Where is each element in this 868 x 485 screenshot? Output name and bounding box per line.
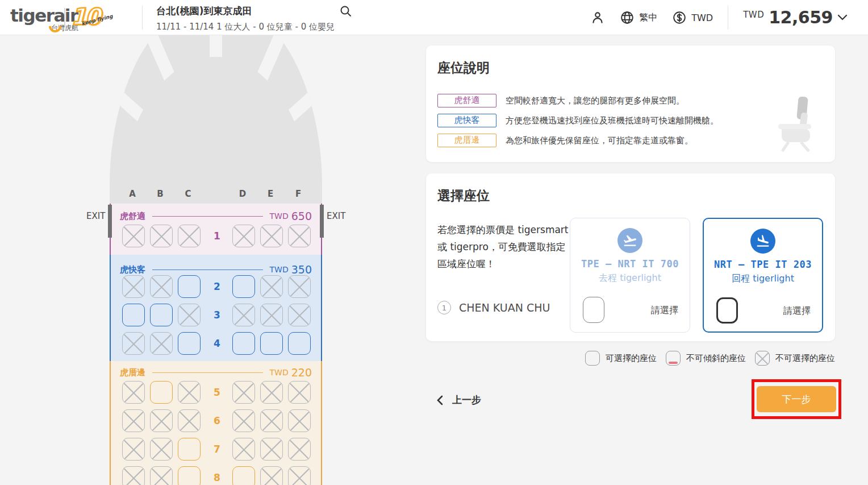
section-header: 虎快客TWD350 bbox=[120, 263, 312, 276]
seat-selection-title: 選擇座位 bbox=[437, 187, 490, 205]
section-price-amount: 220 bbox=[291, 366, 312, 379]
top-header: tigerair 台灣虎航 10 keep flying 台北(桃園)到東京成田… bbox=[0, 0, 868, 35]
back-button[interactable]: 上一步 bbox=[436, 393, 481, 407]
flight-card-outbound[interactable]: TPE – NRT IT 700去程 tigerlight請選擇 bbox=[570, 218, 690, 333]
language-selector[interactable]: 繁中 bbox=[620, 10, 657, 25]
route-summary[interactable]: 台北(桃園)到東京成田 11/11 - 11/14 1 位大人 - 0 位兒童 … bbox=[156, 5, 335, 32]
total-amount: 12,659 bbox=[769, 9, 833, 27]
seat-column-header: ABCDEF bbox=[110, 185, 322, 204]
seat-side-view-icon bbox=[775, 96, 819, 152]
legend-description: 空間較舒適寬大，讓您的腿部有更多伸展空間。 bbox=[506, 96, 685, 106]
section-rule bbox=[152, 216, 263, 217]
seat-4C[interactable] bbox=[178, 332, 201, 355]
currency-icon bbox=[672, 10, 687, 25]
seat-choice-box[interactable] bbox=[583, 297, 604, 323]
seat-3F bbox=[288, 304, 311, 326]
passenger-name: CHEN KUAN CHU bbox=[459, 301, 550, 314]
header-divider bbox=[728, 6, 728, 30]
seat-4A bbox=[122, 332, 145, 355]
annotation-highlight-box: 下一步 bbox=[752, 379, 841, 419]
legend-seat-norecline bbox=[666, 351, 681, 366]
tigerair-logo[interactable]: tigerair 台灣虎航 bbox=[10, 6, 78, 33]
seat-6A bbox=[122, 409, 145, 432]
seat-8D[interactable] bbox=[232, 466, 255, 485]
next-button[interactable]: 下一步 bbox=[757, 386, 836, 412]
exit-door-right bbox=[320, 205, 324, 238]
passenger-index-badge: 1 bbox=[437, 301, 451, 314]
legend-description: 方便您登機迅速找到座位及班機抵達時可快速離開機艙。 bbox=[506, 115, 719, 126]
seat-1D bbox=[232, 225, 255, 247]
seat-3C bbox=[178, 304, 201, 326]
row-number-5: 5 bbox=[201, 381, 233, 404]
seat-7D bbox=[232, 438, 255, 461]
seat-2C[interactable] bbox=[178, 275, 201, 298]
passenger-row: 1 CHEN KUAN CHU bbox=[437, 301, 550, 314]
legend-badge: 虎厝邊 bbox=[437, 134, 496, 147]
section-price-amount: 650 bbox=[291, 210, 312, 222]
section-price-currency: TWD bbox=[270, 265, 289, 274]
section-price-amount: 350 bbox=[291, 263, 312, 276]
seat-choice-box[interactable] bbox=[716, 297, 738, 324]
seat-3A[interactable] bbox=[122, 304, 145, 326]
row-number-1: 1 bbox=[201, 225, 233, 247]
seat-section-虎快客: 虎快客TWD350234 bbox=[110, 255, 322, 361]
legend-badge: 虎快客 bbox=[437, 114, 496, 127]
seat-1A bbox=[122, 225, 145, 247]
seat-8E bbox=[260, 466, 283, 485]
seat-5B[interactable] bbox=[150, 381, 173, 404]
seat-8F bbox=[288, 466, 311, 485]
seat-6F bbox=[288, 409, 311, 432]
route-title: 台北(桃園)到東京成田 bbox=[156, 5, 335, 18]
cart-total[interactable]: TWD 12,659 bbox=[743, 9, 848, 27]
seat-section-虎厝邊: 虎厝邊TWD2205678 bbox=[110, 361, 322, 485]
section-rule bbox=[152, 372, 263, 373]
seat-2F bbox=[288, 275, 311, 298]
section-price-currency: TWD bbox=[270, 212, 289, 221]
flight-code: NRT – TPE IT 203 bbox=[704, 259, 822, 270]
seat-4F[interactable] bbox=[288, 332, 311, 355]
seat-choice-placeholder: 請選擇 bbox=[783, 305, 811, 317]
account-icon[interactable] bbox=[590, 10, 605, 25]
header-divider bbox=[142, 6, 143, 30]
column-letter-F: F bbox=[287, 189, 310, 199]
seat-8C[interactable] bbox=[178, 466, 201, 485]
seat-4E[interactable] bbox=[260, 332, 283, 355]
currency-label: TWD bbox=[691, 13, 713, 23]
seat-4B bbox=[150, 332, 173, 355]
seat-2A bbox=[122, 275, 145, 298]
seat-2D[interactable] bbox=[232, 275, 255, 298]
search-icon[interactable] bbox=[339, 5, 353, 18]
anniversary-10-logo: 10 keep flying bbox=[71, 3, 128, 33]
row-number-8: 8 bbox=[201, 466, 233, 485]
row-number-2: 2 bbox=[201, 275, 233, 298]
exit-label-left: EXIT bbox=[86, 211, 105, 221]
seat-3B[interactable] bbox=[150, 304, 173, 326]
seat-5C bbox=[178, 381, 201, 404]
brand-wordmark: tigerair bbox=[10, 6, 78, 25]
seat-7C[interactable] bbox=[178, 438, 201, 461]
seat-6C bbox=[178, 409, 201, 432]
seat-7B bbox=[150, 438, 173, 461]
legend-seat-label: 不可傾斜的座位 bbox=[686, 353, 746, 364]
seat-3D bbox=[232, 304, 255, 326]
chevron-left-icon bbox=[436, 395, 443, 405]
aircraft-nose bbox=[74, 35, 358, 185]
seat-6D bbox=[232, 409, 255, 432]
seat-7F bbox=[288, 438, 311, 461]
seat-2B bbox=[150, 275, 173, 298]
legend-seat-open bbox=[585, 351, 600, 366]
route-details: 11/11 - 11/14 1 位大人 - 0 位兒童 - 0 位嬰兒 bbox=[156, 22, 335, 32]
norecline-bar bbox=[669, 362, 678, 364]
row-number-3: 3 bbox=[201, 304, 233, 326]
legend-item-虎舒適: 虎舒適空間較舒適寬大，讓您的腿部有更多伸展空間。 bbox=[437, 94, 685, 107]
seat-5F bbox=[288, 381, 311, 404]
chevron-down-icon bbox=[837, 14, 848, 21]
seat-section-虎舒適: 虎舒適TWD6501 bbox=[110, 204, 322, 255]
currency-selector[interactable]: TWD bbox=[672, 10, 713, 25]
column-letter-C: C bbox=[177, 189, 199, 199]
section-header: 虎厝邊TWD220 bbox=[120, 366, 312, 379]
seat-4D[interactable] bbox=[232, 332, 255, 355]
flight-card-return[interactable]: NRT – TPE IT 203回程 tigerlight請選擇 bbox=[703, 218, 823, 333]
section-name: 虎厝邊 bbox=[120, 367, 145, 378]
seat-legend-card: 座位說明 虎舒適空間較舒適寬大，讓您的腿部有更多伸展空間。虎快客方便您登機迅速找… bbox=[426, 45, 835, 162]
